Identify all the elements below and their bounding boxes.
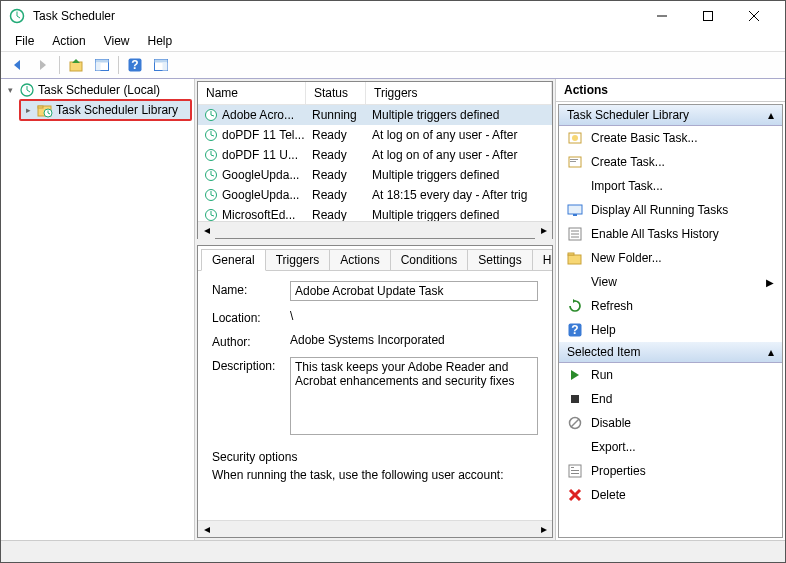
svg-rect-53 bbox=[568, 255, 581, 264]
minimize-button[interactable] bbox=[639, 1, 685, 31]
svg-rect-15 bbox=[163, 63, 168, 71]
show-hide-tree-button[interactable] bbox=[90, 54, 114, 76]
display-icon bbox=[567, 202, 583, 218]
action-help[interactable]: ?Help bbox=[559, 318, 782, 342]
menu-view[interactable]: View bbox=[96, 32, 138, 50]
actions-pane: Actions Task Scheduler Library ▴ Create … bbox=[555, 79, 785, 540]
scroll-right-icon[interactable]: ▸ bbox=[535, 222, 552, 239]
task-row[interactable]: Adobe Acro... Running Multiple triggers … bbox=[198, 105, 552, 125]
collapse-icon[interactable]: ▴ bbox=[768, 108, 774, 122]
tab-triggers[interactable]: Triggers bbox=[265, 249, 331, 271]
task-list-scrollbar[interactable]: ◂ ▸ bbox=[198, 221, 552, 238]
toolbar: ? bbox=[1, 51, 785, 79]
help-button[interactable]: ? bbox=[123, 54, 147, 76]
scheduler-icon bbox=[19, 82, 35, 98]
forward-button[interactable] bbox=[31, 54, 55, 76]
disable-icon bbox=[567, 415, 583, 431]
task-row[interactable]: doPDF 11 U... Ready At log on of any use… bbox=[198, 145, 552, 165]
tree-library[interactable]: ▸ Task Scheduler Library bbox=[19, 99, 192, 121]
detail-scrollbar[interactable]: ◂ ▸ bbox=[198, 520, 552, 537]
action-display-running[interactable]: Display All Running Tasks bbox=[559, 198, 782, 222]
column-status[interactable]: Status bbox=[306, 82, 366, 104]
task-icon bbox=[567, 154, 583, 170]
action-section-library[interactable]: Task Scheduler Library ▴ bbox=[559, 105, 782, 126]
action-enable-history[interactable]: Enable All Tasks History bbox=[559, 222, 782, 246]
action-end[interactable]: End bbox=[559, 387, 782, 411]
svg-rect-14 bbox=[155, 60, 168, 63]
tab-history[interactable]: H bbox=[532, 249, 553, 271]
end-icon bbox=[567, 391, 583, 407]
task-icon bbox=[204, 188, 218, 202]
tree-root-label: Task Scheduler (Local) bbox=[38, 83, 160, 97]
tree-root[interactable]: ▾ Task Scheduler (Local) bbox=[3, 81, 192, 99]
task-icon bbox=[204, 168, 218, 182]
folder-icon bbox=[567, 250, 583, 266]
action-view[interactable]: View▶ bbox=[559, 270, 782, 294]
description-field[interactable] bbox=[290, 357, 538, 435]
scroll-right-icon[interactable]: ▸ bbox=[535, 521, 552, 538]
task-row[interactable]: GoogleUpda... Ready Multiple triggers de… bbox=[198, 165, 552, 185]
show-hide-action-pane-button[interactable] bbox=[149, 54, 173, 76]
back-button[interactable] bbox=[5, 54, 29, 76]
tab-general[interactable]: General bbox=[201, 249, 266, 271]
security-text: When running the task, use the following… bbox=[212, 468, 538, 482]
center-pane: Name Status Triggers Adobe Acro... Runni… bbox=[195, 79, 555, 540]
menu-bar: File Action View Help bbox=[1, 31, 785, 51]
help-icon: ? bbox=[567, 322, 583, 338]
column-name[interactable]: Name bbox=[198, 82, 306, 104]
task-icon bbox=[204, 208, 218, 221]
action-delete[interactable]: Delete bbox=[559, 483, 782, 507]
action-refresh[interactable]: Refresh bbox=[559, 294, 782, 318]
action-import-task[interactable]: Import Task... bbox=[559, 174, 782, 198]
history-icon bbox=[567, 226, 583, 242]
tab-settings[interactable]: Settings bbox=[467, 249, 532, 271]
menu-action[interactable]: Action bbox=[44, 32, 93, 50]
action-disable[interactable]: Disable bbox=[559, 411, 782, 435]
svg-rect-62 bbox=[571, 470, 579, 471]
action-create-task[interactable]: Create Task... bbox=[559, 150, 782, 174]
svg-rect-54 bbox=[568, 253, 574, 255]
collapse-icon[interactable]: ▾ bbox=[5, 85, 16, 96]
expand-icon[interactable]: ▸ bbox=[23, 105, 34, 116]
task-list-body: Adobe Acro... Running Multiple triggers … bbox=[198, 105, 552, 221]
task-row[interactable]: MicrosoftEd... Ready Multiple triggers d… bbox=[198, 205, 552, 221]
up-button[interactable] bbox=[64, 54, 88, 76]
task-icon bbox=[204, 148, 218, 162]
maximize-button[interactable] bbox=[685, 1, 731, 31]
menu-file[interactable]: File bbox=[7, 32, 42, 50]
collapse-icon[interactable]: ▴ bbox=[768, 345, 774, 359]
location-value: \ bbox=[290, 309, 538, 323]
detail-pane: General Triggers Actions Conditions Sett… bbox=[197, 245, 553, 538]
title-bar: Task Scheduler bbox=[1, 1, 785, 31]
svg-rect-57 bbox=[571, 395, 579, 403]
action-run[interactable]: Run bbox=[559, 363, 782, 387]
action-create-basic-task[interactable]: Create Basic Task... bbox=[559, 126, 782, 150]
action-section-selected[interactable]: Selected Item ▴ bbox=[559, 342, 782, 363]
close-button[interactable] bbox=[731, 1, 777, 31]
detail-tabs: General Triggers Actions Conditions Sett… bbox=[198, 246, 552, 271]
menu-help[interactable]: Help bbox=[140, 32, 181, 50]
svg-rect-48 bbox=[573, 214, 577, 216]
task-list-header: Name Status Triggers bbox=[198, 82, 552, 105]
scroll-left-icon[interactable]: ◂ bbox=[198, 222, 215, 239]
chevron-right-icon: ▶ bbox=[766, 277, 774, 288]
task-row[interactable]: GoogleUpda... Ready At 18:15 every day -… bbox=[198, 185, 552, 205]
svg-line-59 bbox=[571, 419, 579, 427]
label-author: Author: bbox=[212, 333, 290, 349]
name-field[interactable] bbox=[290, 281, 538, 301]
task-row[interactable]: doPDF 11 Tel... Ready At log on of any u… bbox=[198, 125, 552, 145]
action-new-folder[interactable]: New Folder... bbox=[559, 246, 782, 270]
column-triggers[interactable]: Triggers bbox=[366, 82, 552, 104]
library-icon bbox=[37, 102, 53, 118]
tab-actions[interactable]: Actions bbox=[329, 249, 390, 271]
tab-conditions[interactable]: Conditions bbox=[390, 249, 469, 271]
tree-pane: ▾ Task Scheduler (Local) ▸ Task Schedule… bbox=[1, 79, 195, 540]
action-export[interactable]: Export... bbox=[559, 435, 782, 459]
action-properties[interactable]: Properties bbox=[559, 459, 782, 483]
status-bar bbox=[1, 540, 785, 562]
scroll-left-icon[interactable]: ◂ bbox=[198, 521, 215, 538]
svg-rect-10 bbox=[96, 63, 101, 71]
label-description: Description: bbox=[212, 357, 290, 373]
label-location: Location: bbox=[212, 309, 290, 325]
actions-header: Actions bbox=[556, 79, 785, 102]
